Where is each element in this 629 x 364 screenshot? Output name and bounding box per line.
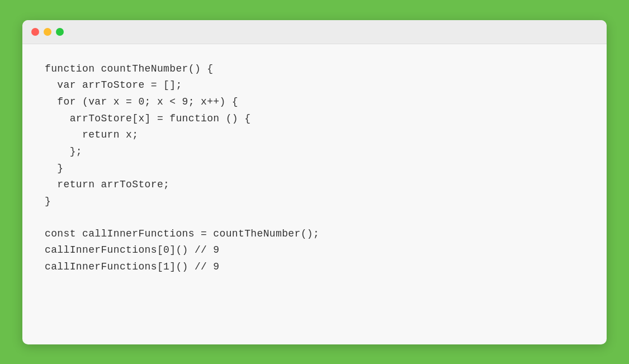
code-area: function countTheNumber() { var arrToSto… — [22, 44, 607, 292]
code-line-13: callInnerFunctions[1]() // 9 — [45, 259, 584, 276]
code-line-11: const callInnerFunctions = countTheNumbe… — [45, 226, 584, 243]
code-line-12: callInnerFunctions[0]() // 9 — [45, 242, 584, 259]
code-line-5: return x; — [45, 127, 584, 144]
code-spacer — [45, 210, 584, 226]
minimize-button[interactable] — [44, 28, 51, 36]
code-line-7: } — [45, 160, 584, 177]
code-line-2: var arrToStore = []; — [45, 77, 584, 94]
code-line-8: return arrToStore; — [45, 177, 584, 193]
code-line-9: } — [45, 193, 584, 210]
code-line-3: for (var x = 0; x < 9; x++) { — [45, 94, 584, 111]
code-line-4: arrToStore[x] = function () { — [45, 111, 584, 127]
code-line-6: }; — [45, 144, 584, 160]
code-window: function countTheNumber() { var arrToSto… — [22, 20, 607, 344]
maximize-button[interactable] — [56, 28, 64, 36]
code-line-1: function countTheNumber() { — [45, 61, 584, 78]
title-bar — [22, 20, 607, 44]
close-button[interactable] — [31, 28, 39, 36]
